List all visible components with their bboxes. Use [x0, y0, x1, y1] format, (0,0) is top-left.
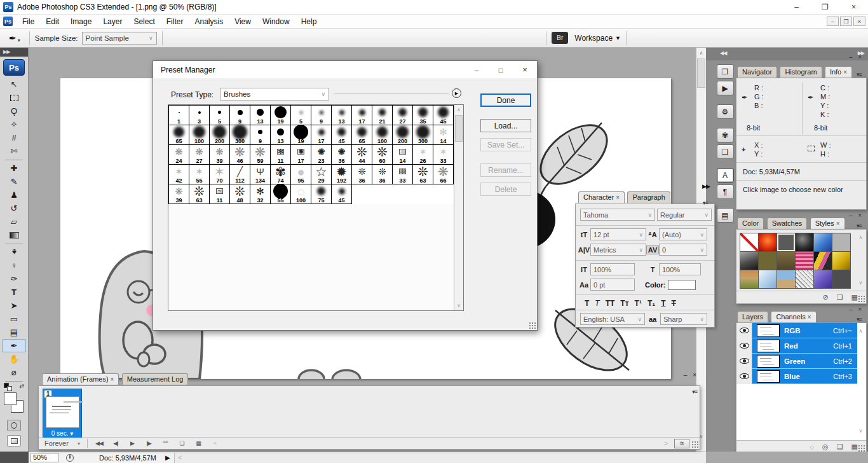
path-selection-tool[interactable]: ➤ — [2, 299, 26, 312]
dialog-title-bar[interactable]: Preset Manager – □ × — [153, 61, 537, 78]
brush-preset[interactable]: ✹ 192 — [332, 165, 352, 184]
brush-preset[interactable]: ❊ 44 — [352, 145, 372, 165]
kerning-dropdown[interactable]: Metrics∨ — [590, 244, 646, 256]
visibility-cell[interactable] — [736, 323, 752, 338]
animation-frame[interactable]: 1 0 sec. ▾ — [43, 389, 82, 438]
language-dropdown[interactable]: English: USA∨ — [580, 313, 645, 325]
loop-dropdown[interactable]: Forever▾ — [42, 438, 83, 448]
style-swatch[interactable] — [832, 252, 851, 270]
convert-to-timeline-button[interactable]: ≋ — [674, 439, 689, 448]
brush-preset[interactable]: 1 — [169, 106, 189, 125]
menu-item[interactable]: View — [229, 16, 257, 27]
small-caps-button[interactable]: Tᴛ — [620, 299, 628, 308]
dialog-resize-grip[interactable] — [529, 322, 536, 329]
brush-preset[interactable]: 200 — [210, 125, 230, 145]
save-selection-icon[interactable]: ◎ — [822, 443, 829, 451]
eyedropper-tool-icon[interactable]: ✒ — [9, 33, 17, 43]
gradient-tool[interactable] — [2, 228, 26, 242]
delete-channel-icon[interactable]: ▦ — [851, 443, 858, 451]
status-expand-icon[interactable]: ▶ — [165, 454, 170, 461]
text-color-swatch[interactable] — [668, 280, 696, 290]
menu-item[interactable]: Layer — [97, 16, 128, 27]
brush-preset[interactable]: ✺ 17 — [291, 145, 311, 165]
scroll-down-icon[interactable]: ∨ — [454, 301, 463, 310]
tab-measurement-log[interactable]: Measurement Log — [122, 373, 189, 385]
done-button[interactable]: Done — [480, 93, 531, 107]
collapse-dock-icon[interactable]: ◀◀ — [720, 50, 726, 56]
scrollbar-thumb[interactable] — [697, 59, 705, 88]
brush-preset[interactable]: ❋ 66 — [433, 165, 454, 184]
scroll-left-icon[interactable]: < — [175, 454, 186, 461]
panel-close-icon[interactable]: × — [858, 53, 862, 60]
crop-tool[interactable]: # — [2, 131, 26, 144]
brush-preset[interactable]: 200 — [393, 125, 413, 145]
scroll-up-icon[interactable]: ∧ — [696, 48, 706, 58]
style-swatch[interactable] — [814, 270, 832, 289]
brush-preset[interactable]: ✶ 55 — [189, 165, 210, 184]
brush-preset[interactable]: 19 — [291, 125, 311, 145]
tab-animation[interactable]: Animation (Frames)× — [42, 373, 119, 385]
move-tool[interactable]: ↖ — [2, 78, 26, 91]
brush-preset[interactable]: 55 — [271, 184, 291, 204]
brush-preset[interactable]: 9 — [250, 125, 271, 145]
brush-preset[interactable]: 9 — [230, 106, 250, 125]
visibility-cell[interactable] — [736, 354, 752, 369]
brush-preset[interactable]: ❊ 36 — [352, 165, 372, 184]
brush-preset[interactable]: Ψ 134 — [250, 165, 271, 184]
bridge-button[interactable]: Br — [552, 32, 568, 44]
new-channel-icon[interactable]: ❏ — [837, 443, 843, 451]
animation-flyout-icon[interactable]: ▾≡ — [692, 389, 697, 395]
load-button[interactable]: Load... — [480, 119, 531, 132]
brush-preset[interactable]: ❊ 63 — [413, 165, 433, 184]
brush-preset[interactable]: 45 — [433, 106, 454, 125]
channels-scrollbar[interactable]: ∧ ∨ — [857, 326, 865, 450]
tracking-dropdown[interactable]: 0∨ — [659, 244, 707, 256]
delete-style-icon[interactable]: ▦ — [851, 293, 858, 301]
menu-item[interactable]: Window — [257, 16, 295, 27]
tab-info[interactable]: Info× — [825, 66, 852, 78]
delete-frame-button[interactable]: ▦ — [191, 439, 205, 448]
rewind-button[interactable]: ◀◀ — [92, 439, 106, 448]
clear-style-icon[interactable]: ⊘ — [823, 293, 829, 301]
new-style-icon[interactable]: ❏ — [837, 293, 843, 301]
subscript-button[interactable]: T₁ — [648, 299, 655, 308]
notes-tool[interactable]: ▤ — [2, 326, 26, 339]
spot-healing-brush-tool[interactable]: ✚ — [2, 162, 26, 175]
brush-preset[interactable]: ~ 11 — [210, 184, 230, 204]
resize-grip[interactable] — [858, 295, 865, 302]
dialog-minimize-button[interactable]: – — [465, 62, 489, 78]
panel-close-icon[interactable]: × — [858, 212, 862, 219]
panel-close-icon[interactable]: × — [858, 306, 862, 313]
all-caps-button[interactable]: TT — [606, 299, 615, 308]
tab-layers[interactable]: Layers — [737, 311, 768, 322]
eraser-tool[interactable]: ▱ — [2, 215, 26, 228]
hand-tool[interactable]: ✋ — [2, 352, 26, 366]
workspace-label[interactable]: Workspace — [574, 34, 613, 43]
blur-tool[interactable]: ♠ — [2, 245, 26, 259]
strikethrough-button[interactable]: T — [672, 299, 676, 308]
document-close-button[interactable]: × — [853, 17, 865, 26]
preset-flyout-button[interactable]: ▶ — [452, 88, 461, 98]
dialog-maximize-button[interactable]: □ — [489, 62, 513, 78]
toolbox-collapse-icon[interactable]: ▶▶ — [0, 48, 28, 57]
layer-comps-panel-button[interactable]: ▤ — [717, 208, 734, 223]
brush-preset[interactable]: ❋ 39 — [210, 145, 230, 165]
character-flyout-icon[interactable]: ▾≡ — [703, 200, 708, 206]
style-swatch[interactable] — [759, 270, 777, 289]
brush-preset[interactable]: 21 — [372, 106, 393, 125]
tool-preset-arrow-icon[interactable]: ▾ — [18, 38, 20, 43]
type-tool[interactable]: T — [2, 286, 26, 299]
brush-preset[interactable]: ❋ 46 — [230, 145, 250, 165]
zoom-level-field[interactable]: 50% — [31, 453, 58, 462]
channel-row[interactable]: Green Ctrl+2 — [736, 354, 857, 369]
tab-color[interactable]: Color — [737, 218, 764, 229]
scroll-up-icon[interactable]: ∧ — [857, 327, 865, 335]
channel-row[interactable]: RGB Ctrl+~ — [736, 323, 857, 338]
brush-preset[interactable]: 13 — [271, 125, 291, 145]
brush-preset[interactable]: 13 — [332, 106, 352, 125]
character-collapse-icon[interactable]: ▶▶ — [702, 183, 710, 190]
resize-grip[interactable] — [858, 445, 865, 452]
brush-preset[interactable]: ❋ 24 — [169, 145, 189, 165]
brushes-panel-button[interactable]: ✾ — [717, 128, 734, 142]
tool-presets-panel-button[interactable]: ⚙ — [717, 104, 734, 119]
